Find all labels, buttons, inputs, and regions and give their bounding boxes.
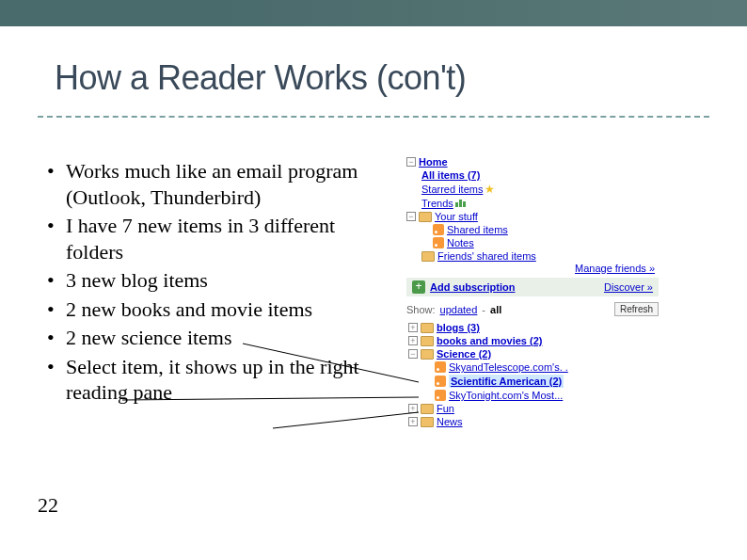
expand-icon[interactable]: + <box>408 404 418 413</box>
your-stuff-link[interactable]: Your stuff <box>435 211 478 222</box>
friends-shared-link[interactable]: Friends' shared items <box>437 250 536 262</box>
manage-friends-link[interactable]: Manage friends » <box>575 263 655 274</box>
starred-link[interactable]: Starred items <box>421 184 483 195</box>
subscription-tree: +blogs (3) +books and movies (2) −Scienc… <box>406 321 659 428</box>
folder-science[interactable]: Science (2) <box>437 348 491 360</box>
top-accent-bar <box>0 0 747 26</box>
bullet-item: Select item, it shows up in the right re… <box>66 354 388 406</box>
expand-icon[interactable]: + <box>408 336 418 345</box>
folder-news[interactable]: News <box>437 416 463 427</box>
bullet-item: 2 new books and movie items <box>66 296 388 323</box>
folder-icon <box>421 336 434 346</box>
title-separator <box>38 116 709 118</box>
add-subscription-bar: +Add subscription Discover » <box>406 278 659 296</box>
bullet-list: •Works much like an email program (Outlo… <box>47 158 388 408</box>
feed-icon <box>433 224 444 235</box>
feed-skytelescope[interactable]: SkyandTelescope.com's. . <box>449 361 568 373</box>
folder-books[interactable]: books and movies (2) <box>437 335 542 346</box>
add-subscription-link[interactable]: Add subscription <box>430 281 515 293</box>
folder-icon <box>421 251 435 262</box>
expand-icon[interactable]: + <box>408 417 418 426</box>
show-updated-link[interactable]: updated <box>440 304 478 315</box>
bullet-item: 2 new science items <box>66 325 388 351</box>
folder-icon <box>421 417 434 427</box>
star-icon: ★ <box>485 183 495 196</box>
bullet-item: Works much like an email program (Outloo… <box>66 158 388 210</box>
collapse-icon[interactable]: − <box>406 212 416 221</box>
collapse-icon[interactable]: − <box>408 349 418 359</box>
barchart-icon <box>455 200 466 207</box>
slide-title: How a Reader Works (con't) <box>55 58 466 98</box>
show-filter-row: Show: updated - all Refresh <box>406 300 659 321</box>
feed-icon <box>435 390 446 401</box>
notes-link[interactable]: Notes <box>447 237 474 248</box>
show-all: all <box>490 304 501 315</box>
all-items-link[interactable]: All items (7) <box>421 169 480 181</box>
feed-icon <box>435 361 446 373</box>
folder-icon <box>419 212 432 222</box>
folder-icon <box>421 349 434 360</box>
folder-icon <box>421 323 434 333</box>
feed-icon <box>435 376 446 387</box>
show-label: Show: <box>406 304 436 315</box>
reader-sidebar: −Home All items (7) Starred items★ Trend… <box>406 155 659 428</box>
bullet-item: 3 new blog items <box>66 267 388 294</box>
trends-link[interactable]: Trends <box>421 198 453 209</box>
home-link[interactable]: Home <box>419 156 448 168</box>
feed-icon <box>433 237 444 248</box>
page-number: 22 <box>38 493 58 518</box>
refresh-button[interactable]: Refresh <box>614 302 659 316</box>
collapse-icon[interactable]: − <box>406 157 416 167</box>
plus-icon[interactable]: + <box>412 280 425 294</box>
discover-link[interactable]: Discover » <box>604 281 653 293</box>
folder-fun[interactable]: Fun <box>437 403 454 414</box>
expand-icon[interactable]: + <box>408 323 418 332</box>
svg-line-2 <box>273 412 419 428</box>
feed-skytonight[interactable]: SkyTonight.com's Most... <box>449 390 563 401</box>
folder-blogs[interactable]: blogs (3) <box>437 322 480 333</box>
shared-items-link[interactable]: Shared items <box>447 224 508 235</box>
bullet-item: I have 7 new items in 3 different folder… <box>66 213 388 264</box>
feed-sciam[interactable]: Scientific American (2) <box>449 375 564 388</box>
folder-icon <box>421 404 434 414</box>
